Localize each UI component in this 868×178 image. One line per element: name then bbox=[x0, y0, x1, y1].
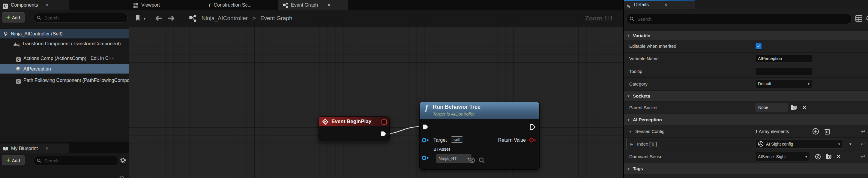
component-row-label: Transform Component (TransformComponent) bbox=[22, 41, 121, 46]
my-blueprint-search-input[interactable] bbox=[44, 158, 116, 164]
section-variable[interactable]: ▼ Variable bbox=[624, 31, 868, 40]
component-row-aiperception[interactable]: AIPerception bbox=[0, 64, 129, 73]
target-object-pin[interactable] bbox=[422, 138, 430, 143]
tab-viewport[interactable]: Viewport bbox=[133, 0, 160, 10]
unreal-blueprint-editor: CComponents× + Add Ninja_AIController (S… bbox=[0, 0, 868, 178]
editable-when-inherited-checkbox[interactable]: ✓ bbox=[755, 43, 762, 50]
chevron-down-icon: ▾ bbox=[838, 142, 840, 146]
breadcrumb-root[interactable]: Ninja_AIController bbox=[202, 15, 248, 21]
expander-icon[interactable]: ▼ bbox=[627, 94, 630, 98]
settings-gear-icon[interactable] bbox=[866, 15, 868, 22]
expander-icon[interactable]: ▼ bbox=[627, 118, 630, 122]
row-tooltip: Tooltip bbox=[624, 65, 868, 78]
section-label: Tags bbox=[633, 163, 643, 174]
expander-icon[interactable]: ▼ bbox=[627, 167, 630, 171]
breadcrumb-current[interactable]: Event Graph bbox=[260, 15, 292, 21]
component-row-ninja-aicontroller[interactable]: Ninja_AIController (Self) bbox=[0, 29, 129, 38]
reset-to-default-icon[interactable]: ↩ bbox=[861, 154, 866, 159]
components-search bbox=[34, 13, 128, 23]
return-value-bool-pin[interactable] bbox=[529, 138, 537, 143]
browse-asset-magnifier-icon[interactable] bbox=[478, 157, 485, 164]
sense-config-dropdown[interactable]: AI Sight config ▾ bbox=[755, 139, 843, 149]
expander-icon[interactable]: ▶ bbox=[630, 142, 633, 146]
transform-component-icon: C bbox=[13, 41, 19, 46]
row-dominant-sense: Dominant Sense AISense_Sight ▾ × ↩ bbox=[624, 150, 868, 163]
component-row-label: AIPerception bbox=[23, 66, 51, 71]
btasset-value: Ninja_BT bbox=[438, 156, 457, 161]
clear-array-trash-icon[interactable] bbox=[824, 128, 830, 135]
component-row-transform[interactable]: C Transform Component (TransformComponen… bbox=[0, 39, 129, 48]
breadcrumb-separator: > bbox=[252, 15, 255, 21]
row-variable-name: Variable Name bbox=[624, 53, 868, 65]
section-ai-perception[interactable]: ▼ AI Perception bbox=[624, 114, 868, 125]
clear-socket-icon[interactable]: × bbox=[803, 105, 806, 111]
component-group-divider bbox=[0, 52, 129, 52]
tab-my-blueprint[interactable]: My Blueprint× bbox=[0, 144, 69, 153]
section-tags[interactable]: ▼ Tags bbox=[624, 163, 868, 174]
close-icon[interactable]: × bbox=[664, 2, 667, 7]
add-array-element-icon[interactable] bbox=[812, 128, 819, 135]
row-label: Index [ 0 ] bbox=[637, 138, 657, 150]
reset-to-default-icon[interactable]: ↩ bbox=[861, 141, 866, 147]
component-row-actions-comp[interactable]: CActions Comp (ActionsComp)Edit in C++ bbox=[0, 53, 129, 63]
target-self-literal[interactable]: self bbox=[451, 136, 463, 143]
close-icon[interactable]: × bbox=[328, 2, 330, 7]
expander-icon[interactable]: ▼ bbox=[627, 34, 630, 37]
variable-name-input[interactable] bbox=[755, 55, 812, 62]
components-tab-label: Components bbox=[11, 2, 38, 7]
components-search-input[interactable] bbox=[44, 15, 124, 21]
reset-to-default-icon[interactable]: ↩ bbox=[861, 128, 866, 134]
close-icon[interactable]: × bbox=[45, 146, 49, 151]
component-row-path-following[interactable]: CPath Following Component (PathFollowing… bbox=[0, 75, 129, 85]
aiperception-sphere-icon bbox=[16, 67, 21, 71]
browse-socket-icon[interactable] bbox=[790, 105, 798, 111]
row-sense-index-0: ▶ Index [ 0 ] AI Sight config ▾ ▾ ↩ bbox=[624, 138, 868, 150]
exec-out-pin[interactable] bbox=[529, 124, 536, 130]
tab-components[interactable]: CComponents× bbox=[0, 0, 69, 10]
display-grid-icon[interactable] bbox=[856, 15, 862, 22]
tab-details[interactable]: ✎ Details × bbox=[624, 0, 695, 9]
use-selected-icon[interactable] bbox=[815, 153, 821, 160]
settings-gear-icon[interactable] bbox=[120, 157, 126, 164]
graph-icon bbox=[282, 2, 288, 8]
edit-in-cpp-link[interactable]: Edit in C++ bbox=[91, 56, 114, 61]
parent-socket-value[interactable]: None bbox=[755, 103, 788, 112]
tab-event-graph[interactable]: Event Graph× bbox=[278, 0, 348, 10]
close-icon[interactable]: × bbox=[46, 2, 49, 8]
node-event-beginplay[interactable]: Event BeginPlay bbox=[318, 116, 390, 141]
tab-construction-script[interactable]: ƒConstruction Sc... bbox=[208, 0, 252, 10]
back-arrow-icon[interactable] bbox=[154, 15, 162, 22]
forward-arrow-icon[interactable] bbox=[167, 15, 176, 22]
sense-config-value: AI Sight config bbox=[766, 142, 793, 147]
details-search-row bbox=[624, 9, 868, 29]
left-column: CComponents× + Add Ninja_AIController (S… bbox=[0, 0, 129, 178]
browse-icon[interactable] bbox=[826, 153, 833, 159]
function-icon: ƒ bbox=[425, 104, 428, 112]
add-component-button[interactable]: + Add bbox=[2, 12, 25, 23]
expander-icon[interactable]: ▼ bbox=[629, 130, 632, 133]
chevron-down-icon[interactable]: ▾ bbox=[144, 17, 146, 21]
tooltip-input[interactable] bbox=[755, 67, 812, 75]
add-blueprint-item-button[interactable]: + Add bbox=[2, 155, 25, 166]
chevron-down-icon[interactable]: ▾ bbox=[849, 142, 851, 146]
section-label: Sockets bbox=[633, 91, 650, 101]
delegate-pin[interactable] bbox=[381, 119, 386, 125]
category-dropdown[interactable]: Default ▾ bbox=[755, 80, 812, 88]
exec-in-pin[interactable] bbox=[422, 124, 429, 130]
row-partial bbox=[624, 174, 868, 178]
plus-icon: + bbox=[6, 14, 10, 21]
section-sockets[interactable]: ▼ Sockets bbox=[624, 91, 868, 101]
row-label: Senses Config bbox=[635, 125, 665, 138]
btasset-dropdown[interactable]: Ninja_BT ▾ bbox=[436, 154, 471, 163]
use-selected-asset-icon[interactable] bbox=[469, 157, 475, 164]
btasset-object-pin[interactable] bbox=[422, 155, 430, 160]
toolbar-divider bbox=[182, 11, 182, 25]
details-search-input[interactable] bbox=[637, 16, 848, 22]
bookmark-icon[interactable] bbox=[135, 15, 140, 21]
node-run-behavior-tree[interactable]: ƒ Run Behavior Tree Target is AIControll… bbox=[419, 102, 539, 170]
exec-out-pin[interactable] bbox=[380, 130, 386, 137]
dominant-sense-dropdown[interactable]: AISense_Sight ▾ bbox=[755, 152, 810, 161]
component-letter-badge: C bbox=[18, 44, 21, 47]
clear-icon[interactable]: × bbox=[837, 153, 840, 159]
section-label: Variable bbox=[633, 31, 650, 40]
